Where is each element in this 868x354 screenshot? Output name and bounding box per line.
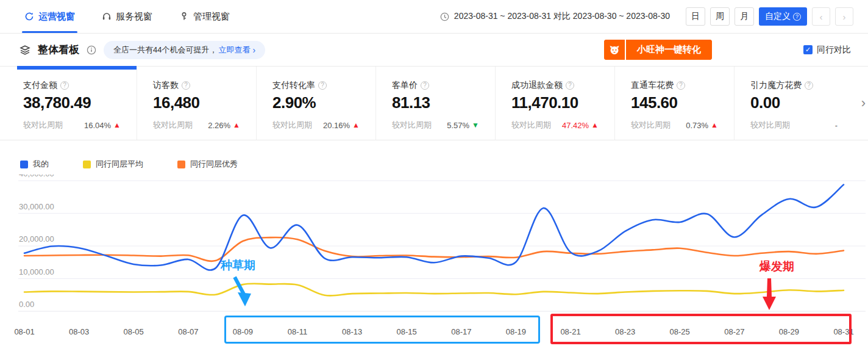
metric-label: 支付转化率 — [272, 80, 315, 91]
custom-button-label: 自定义 — [765, 11, 791, 22]
help-icon[interactable]: ? — [805, 81, 813, 90]
delta-value: 0.73%▲ — [686, 121, 718, 130]
up-arrow-icon: ▲ — [591, 121, 599, 129]
red-arrow-icon — [758, 278, 781, 311]
metric-card-payment-amount[interactable]: 支付金额? 38,780.49 较对比周期 16.04%▲ — [17, 67, 137, 140]
help-icon[interactable]: ? — [566, 81, 574, 90]
x-tick-label: 08-07 — [178, 327, 198, 336]
tab-label: 管理视窗 — [193, 11, 230, 23]
legend-label: 我的 — [33, 159, 49, 170]
board-header: 整体看板 全店一共有44个机会可提升， 立即查看 › 小旺神一键转化 ✓ 同行对… — [0, 34, 868, 66]
up-arrow-icon: ▲ — [711, 121, 718, 129]
compare-label: 较对比周期 — [631, 120, 671, 131]
notice-text: 全店一共有44个机会可提升， — [113, 45, 217, 56]
tab-manage-view[interactable]: 管理视窗 — [179, 0, 230, 33]
help-icon[interactable]: ? — [677, 81, 685, 90]
seeding-period-box — [224, 316, 540, 344]
svg-text:20,000.00: 20,000.00 — [19, 234, 54, 244]
compare-label: 较对比周期 — [272, 120, 312, 131]
blue-arrow-icon — [229, 276, 257, 309]
metric-value: 38,780.49 — [23, 93, 121, 112]
tab-label: 运营视窗 — [38, 11, 75, 23]
help-icon[interactable]: ? — [182, 81, 190, 90]
metric-card-ylmf-spend[interactable]: 引力魔方花费? 0.00 较对比周期 - — [734, 67, 853, 140]
burst-period-box — [550, 314, 852, 344]
metric-card-avg-order-value[interactable]: 客单价? 81.13 较对比周期 5.57%▼ — [375, 67, 495, 140]
peer-compare-label: 同行对比 — [817, 45, 851, 56]
x-tick-label: 08-05 — [124, 327, 144, 336]
compare-label: 较对比周期 — [153, 120, 193, 131]
metric-card-ztc-spend[interactable]: 直通车花费? 145.60 较对比周期 0.73%▲ — [614, 67, 734, 140]
range-custom-button[interactable]: 自定义 ? — [759, 7, 807, 26]
chart-legend: 我的 同行同层平均 同行同层优秀 — [20, 159, 868, 170]
metric-label: 引力魔方花费 — [750, 80, 802, 91]
chart-canvas: 40,000.0030,000.0020,000.0010,000.000.00 — [0, 175, 868, 321]
legend-item-mine[interactable]: 我的 — [20, 159, 49, 170]
legend-item-peer-excellent[interactable]: 同行同层优秀 — [177, 159, 238, 170]
range-day-button[interactable]: 日 — [686, 7, 705, 26]
delta-value: 47.42%▲ — [562, 121, 599, 130]
peer-compare-checkbox[interactable]: ✓ 同行对比 — [803, 45, 851, 56]
date-range-text: 2023-08-31 ~ 2023-08-31 对比 2023-08-30 ~ … — [454, 11, 670, 22]
svg-text:0.00: 0.00 — [19, 300, 34, 309]
prev-period-button[interactable]: ‹ — [812, 7, 830, 26]
metric-value: 16,480 — [153, 93, 240, 112]
legend-swatch-yellow — [83, 161, 91, 168]
tab-operation-view[interactable]: 运营视窗 — [24, 0, 75, 33]
compare-label: 较对比周期 — [392, 120, 432, 131]
metric-label: 直通车花费 — [631, 80, 674, 91]
question-circle-icon: ? — [793, 13, 801, 21]
metric-value: 145.60 — [631, 93, 718, 112]
help-icon[interactable]: ? — [60, 81, 69, 90]
legend-swatch-blue — [20, 161, 28, 168]
range-week-button[interactable]: 周 — [710, 7, 730, 26]
trend-line-chart: 40,000.0030,000.0020,000.0010,000.000.00… — [0, 175, 868, 353]
opportunity-notice: 全店一共有44个机会可提升， 立即查看 › — [104, 41, 265, 59]
metric-label: 客单价 — [392, 80, 418, 91]
sync-icon — [24, 12, 34, 21]
info-icon[interactable] — [87, 45, 96, 55]
wangshen-convert-button[interactable]: 小旺神一键转化 — [604, 40, 712, 60]
compare-label: 较对比周期 — [511, 120, 551, 131]
legend-swatch-orange — [177, 161, 185, 168]
date-range-display: 2023-08-31 ~ 2023-08-31 对比 2023-08-30 ~ … — [440, 11, 670, 22]
delta-value: - — [835, 121, 838, 130]
down-arrow-icon: ▼ — [472, 121, 479, 129]
clock-icon — [440, 12, 449, 21]
key-icon — [179, 12, 189, 21]
burst-period-annotation: 爆发期 — [760, 259, 794, 275]
view-now-link[interactable]: 立即查看 — [218, 45, 250, 56]
legend-item-peer-average[interactable]: 同行同层平均 — [83, 159, 143, 170]
metric-card-visitors[interactable]: 访客数? 16,480 较对比周期 2.26%▲ — [137, 67, 256, 140]
up-arrow-icon: ▲ — [113, 121, 121, 129]
page-title: 整体看板 — [38, 43, 79, 57]
up-arrow-icon: ▲ — [352, 121, 360, 129]
cards-next-chevron[interactable]: › — [861, 95, 866, 111]
help-icon[interactable]: ? — [421, 81, 429, 90]
metric-label: 访客数 — [153, 80, 179, 91]
metric-card-conversion-rate[interactable]: 支付转化率? 2.90% 较对比周期 20.16%▲ — [256, 67, 375, 140]
delta-value: 20.16%▲ — [323, 121, 360, 130]
next-period-button[interactable]: › — [835, 7, 853, 26]
svg-text:10,000.00: 10,000.00 — [19, 267, 54, 276]
metric-cards-row: 支付金额? 38,780.49 较对比周期 16.04%▲ 访客数? 16,48… — [0, 66, 868, 140]
x-tick-label: 08-03 — [69, 327, 89, 336]
delta-value: 5.57%▼ — [447, 121, 479, 130]
help-icon[interactable]: ? — [318, 81, 327, 90]
range-month-button[interactable]: 月 — [735, 7, 754, 26]
metric-value: 0.00 — [750, 93, 838, 112]
layers-icon — [20, 45, 30, 56]
checkbox-checked-icon: ✓ — [803, 45, 813, 54]
chevron-right-icon: › — [252, 45, 255, 55]
delta-value: 2.26%▲ — [208, 121, 240, 130]
svg-text:40,000.00: 40,000.00 — [19, 175, 54, 178]
delta-value: 16.04%▲ — [84, 121, 121, 130]
metric-card-refund-amount[interactable]: 成功退款金额? 11,470.10 较对比周期 47.42%▲ — [495, 67, 614, 140]
headset-icon — [102, 12, 112, 21]
cat-mascot-icon — [604, 40, 626, 60]
x-tick-label: 08-01 — [14, 327, 34, 336]
metric-value: 2.90% — [272, 93, 360, 112]
legend-label: 同行同层平均 — [96, 159, 143, 170]
legend-label: 同行同层优秀 — [190, 159, 238, 170]
tab-service-view[interactable]: 服务视窗 — [102, 0, 152, 33]
